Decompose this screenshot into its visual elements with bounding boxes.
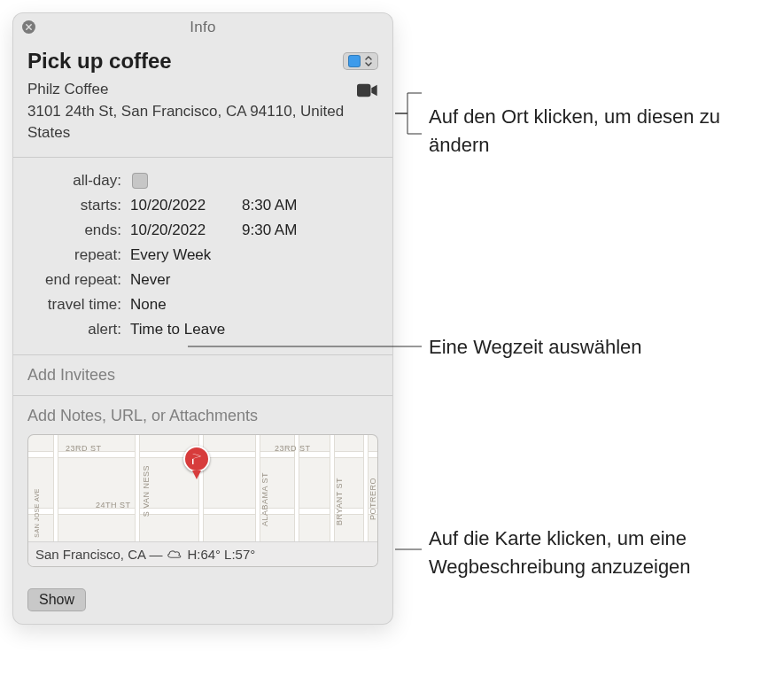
all-day-row: all-day:: [27, 168, 378, 193]
header-section: Pick up coffee Philz Coffee 3101 24th St…: [13, 40, 392, 158]
street-label: 23RD ST: [275, 444, 311, 453]
travel-time-value[interactable]: None: [130, 296, 378, 314]
street-label: SAN JOSE AVE: [34, 488, 40, 538]
weather-bar: San Francisco, CA — H:64° L:57°: [28, 541, 377, 566]
event-info-popover: Info Pick up coffee Philz Coffee 3101 24…: [12, 12, 393, 625]
starts-label: starts:: [27, 197, 130, 214]
calendar-picker[interactable]: [343, 52, 378, 70]
callout-location: Auf den Ort klicken, um diesen zu ändern: [429, 103, 776, 159]
weather-hi: H:64°: [187, 547, 221, 562]
all-day-checkbox[interactable]: [132, 173, 148, 189]
starts-time[interactable]: 8:30 AM: [242, 197, 378, 214]
window-title: Info: [190, 19, 216, 35]
close-button[interactable]: [22, 20, 35, 34]
street-label: 24TH ST: [96, 501, 131, 509]
calendar-color-chip: [348, 55, 361, 67]
svg-rect-0: [357, 84, 370, 97]
notes-section: Add Notes, URL, or Attachments 23RD ST 2…: [13, 396, 392, 579]
street-label: BRYANT ST: [335, 478, 344, 525]
show-button[interactable]: Show: [27, 588, 86, 611]
weather-lo: L:57°: [224, 547, 255, 562]
repeat-row[interactable]: repeat: Every Week: [27, 243, 378, 268]
street-label: ALABAMA ST: [260, 472, 269, 526]
travel-time-row[interactable]: travel time: None: [27, 292, 378, 317]
end-repeat-label: end repeat:: [27, 271, 130, 289]
ends-time[interactable]: 9:30 AM: [242, 222, 378, 239]
repeat-value[interactable]: Every Week: [130, 246, 378, 264]
callout-travel: Eine Wegzeit auswählen: [429, 333, 642, 362]
titlebar: Info: [13, 13, 392, 40]
map-preview[interactable]: 23RD ST 23RD ST 24TH ST SAN JOSE AVE S V…: [27, 434, 378, 567]
starts-row[interactable]: starts: 10/20/2022 8:30 AM: [27, 193, 378, 218]
location-name: Philz Coffee: [27, 81, 108, 97]
location-field[interactable]: Philz Coffee 3101 24th St, San Francisco…: [27, 79, 357, 144]
alert-row[interactable]: alert: Time to Leave: [27, 317, 378, 342]
ends-date[interactable]: 10/20/2022: [130, 222, 242, 239]
starts-date[interactable]: 10/20/2022: [130, 197, 242, 214]
ends-label: ends:: [27, 222, 130, 239]
end-repeat-row[interactable]: end repeat: Never: [27, 268, 378, 292]
chevron-updown-icon: [364, 55, 373, 67]
add-invitees-field[interactable]: Add Invitees: [13, 355, 392, 396]
all-day-label: all-day:: [27, 172, 130, 190]
footer-section: Show: [13, 579, 392, 624]
street-label: 23RD ST: [66, 444, 102, 453]
street-label: POTRERO: [369, 478, 377, 520]
alert-value[interactable]: Time to Leave: [130, 321, 378, 338]
callout-map: Auf die Karte klicken, um eine Wegbeschr…: [429, 525, 776, 581]
alert-label: alert:: [27, 321, 130, 338]
street-label: S VAN NESS: [142, 465, 151, 517]
location-address: 3101 24th St, San Francisco, CA 94110, U…: [27, 103, 344, 142]
end-repeat-value[interactable]: Never: [130, 271, 378, 289]
event-title[interactable]: Pick up coffee: [27, 49, 172, 74]
repeat-label: repeat:: [27, 246, 130, 264]
add-notes-field[interactable]: Add Notes, URL, or Attachments: [27, 407, 378, 425]
travel-time-label: travel time:: [27, 296, 130, 314]
weather-location: San Francisco, CA —: [35, 547, 162, 562]
ends-row[interactable]: ends: 10/20/2022 9:30 AM: [27, 218, 378, 243]
map-pin-icon: [183, 446, 210, 479]
video-icon[interactable]: [357, 82, 378, 98]
cloud-icon: [166, 548, 183, 560]
details-section: all-day: starts: 10/20/2022 8:30 AM ends…: [13, 158, 392, 355]
